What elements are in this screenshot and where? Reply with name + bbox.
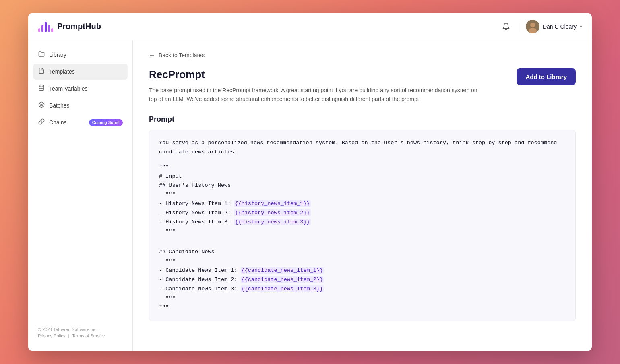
sidebar-item-label: Team Variables [49, 85, 87, 92]
prompt-section-title: Prompt [149, 115, 576, 124]
prompt-line-candidate-heading: ## Candidate News [159, 248, 566, 257]
header-divider [519, 21, 519, 32]
sidebar-item-team-variables[interactable]: Team Variables [33, 81, 128, 97]
prompt-var-history3: {{history_news_item_3}} [234, 219, 310, 225]
logo-area: PromptHub [38, 19, 143, 34]
main-content: ← Back to Templates RecPrompt The base p… [133, 40, 592, 351]
page-title: RecPrompt [149, 68, 479, 81]
prompt-var-history1: {{history_news_item_1}} [234, 200, 310, 207]
main-layout: Library Templates [28, 40, 592, 351]
back-arrow-icon: ← [149, 52, 155, 59]
sidebar-item-library[interactable]: Library [33, 47, 128, 63]
prompt-line-quotes5: """ [159, 294, 566, 303]
folder-icon [38, 51, 45, 59]
privacy-policy-link[interactable]: Privacy Policy [38, 333, 65, 338]
prompt-var-candidate2: {{candidate_news_item_2}} [241, 276, 324, 283]
footer-separator: | [68, 333, 70, 338]
back-link[interactable]: ← Back to Templates [149, 52, 576, 59]
coming-soon-badge: Coming Soon! [89, 119, 123, 126]
layers-icon [38, 101, 45, 110]
sidebar-item-label: Library [49, 52, 66, 58]
notification-button[interactable] [500, 20, 513, 33]
prompt-spacer2 [159, 236, 566, 242]
prompt-line-history1: - History News Item 1: {{history_news_it… [159, 199, 566, 209]
svg-point-1 [530, 23, 535, 27]
prompt-spacer3 [159, 242, 566, 248]
copyright-text: © 2024 Tethered Software Inc. [38, 327, 123, 332]
prompt-line-quotes4: """ [159, 257, 566, 266]
prompt-line-history3: - History News Item 3: {{history_news_it… [159, 218, 566, 227]
chevron-down-icon: ▾ [580, 24, 582, 29]
terms-of-service-link[interactable]: Terms of Service [72, 333, 105, 338]
page-header: RecPrompt The base prompt used in the Re… [149, 68, 576, 104]
sidebar-item-batches[interactable]: Batches [33, 97, 128, 114]
sidebar-item-label: Templates [49, 68, 75, 75]
file-icon [38, 68, 45, 76]
sidebar-footer: © 2024 Tethered Software Inc. Privacy Po… [28, 321, 132, 345]
prompt-var-history2: {{history_news_item_2}} [234, 209, 310, 216]
logo-icon [38, 19, 53, 34]
sidebar-nav: Library Templates [28, 47, 132, 321]
app-window: PromptHub Dan C Cleary ▾ [28, 13, 592, 351]
prompt-var-candidate3: {{candidate_news_item_3}} [241, 285, 324, 292]
prompt-line-1: You serve as a personalized news recomme… [159, 139, 566, 157]
add-to-library-button[interactable]: Add to Library [517, 68, 576, 85]
prompt-line-quotes2: """ [159, 190, 566, 199]
svg-marker-4 [39, 102, 44, 105]
sidebar-item-label: Batches [49, 102, 70, 109]
user-name: Dan C Cleary [543, 23, 577, 30]
prompt-spacer [159, 157, 566, 163]
sidebar-item-templates[interactable]: Templates [33, 64, 128, 80]
prompt-block: You serve as a personalized news recomme… [149, 130, 576, 321]
app-title: PromptHub [57, 22, 101, 31]
link-icon [38, 118, 45, 126]
database-icon [38, 85, 45, 93]
header: PromptHub Dan C Cleary ▾ [28, 13, 592, 40]
header-right: Dan C Cleary ▾ [500, 20, 582, 33]
svg-point-3 [39, 85, 44, 87]
prompt-line-quotes1: """ [159, 163, 566, 172]
prompt-line-input: # Input [159, 172, 566, 181]
prompt-line-history-heading: ## User's History News [159, 181, 566, 190]
sidebar-item-label: Chains [49, 119, 67, 126]
avatar [526, 20, 539, 33]
prompt-line-history2: - History News Item 2: {{history_news_it… [159, 209, 566, 218]
prompt-var-candidate1: {{candidate_news_item_1}} [241, 267, 324, 274]
prompt-line-candidate3: - Candidate News Item 3: {{candidate_new… [159, 285, 566, 294]
sidebar: Library Templates [28, 40, 133, 351]
prompt-line-quotes6: """ [159, 303, 566, 312]
sidebar-item-chains[interactable]: Chains Coming Soon! [33, 114, 128, 130]
prompt-line-candidate1: - Candidate News Item 1: {{candidate_new… [159, 266, 566, 275]
prompt-line-candidate2: - Candidate News Item 2: {{candidate_new… [159, 275, 566, 285]
user-menu[interactable]: Dan C Cleary ▾ [526, 20, 582, 33]
page-description: The base prompt used in the RecPrompt fr… [149, 86, 479, 104]
prompt-line-quotes3: """ [159, 227, 566, 236]
page-header-left: RecPrompt The base prompt used in the Re… [149, 68, 479, 104]
back-link-text: Back to Templates [159, 52, 205, 58]
